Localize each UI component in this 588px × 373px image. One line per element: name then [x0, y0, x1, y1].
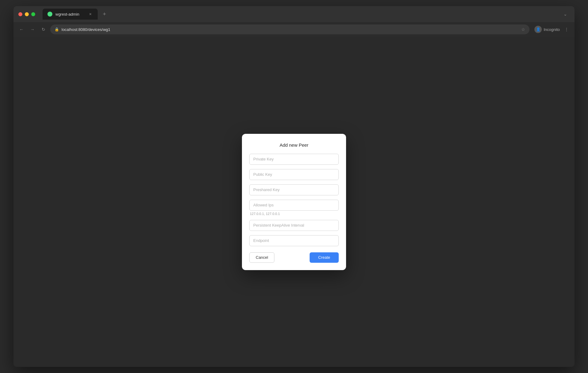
browser-toolbar: ← → ↻ 🔒 localhost:8080/devices/wg1 ☆ 👤 I… [13, 22, 575, 37]
allowed-ips-input[interactable] [249, 200, 339, 211]
tab-bar: wgrest-admin × + [43, 9, 560, 20]
forward-button[interactable]: → [28, 25, 37, 34]
keepalive-input[interactable] [249, 220, 339, 231]
refresh-button[interactable]: ↻ [39, 25, 48, 34]
tab-favicon [47, 12, 52, 17]
minimize-window-button[interactable] [25, 12, 29, 16]
create-button[interactable]: Create [310, 252, 339, 263]
page-content: Add new Peer 127.0.0.1, 127.0.0.1 [13, 37, 575, 367]
modal-actions: Cancel Create [249, 252, 339, 263]
modal-overlay: Add new Peer 127.0.0.1, 127.0.0.1 [13, 37, 575, 367]
incognito-area: 👤 Incognito [534, 26, 560, 33]
bookmark-icon[interactable]: ☆ [521, 27, 525, 32]
address-bar[interactable]: 🔒 localhost:8080/devices/wg1 ☆ [50, 24, 530, 34]
incognito-label: Incognito [544, 27, 560, 32]
add-peer-modal: Add new Peer 127.0.0.1, 127.0.0.1 [242, 134, 346, 270]
incognito-avatar-icon: 👤 [534, 26, 542, 33]
endpoint-input[interactable] [249, 235, 339, 246]
private-key-input[interactable] [249, 154, 339, 165]
browser-window: wgrest-admin × + ⌄ ← → ↻ 🔒 localhost:808… [13, 6, 575, 367]
tab-dropdown-icon: ⌄ [564, 12, 567, 17]
back-button[interactable]: ← [17, 25, 26, 34]
lock-icon: 🔒 [55, 27, 59, 32]
preshared-key-group [249, 184, 339, 195]
allowed-ips-hint: 127.0.0.1, 127.0.0.1 [249, 212, 339, 216]
tab-end-controls: ⌄ [564, 12, 570, 17]
maximize-window-button[interactable] [31, 12, 35, 16]
keepalive-group [249, 220, 339, 231]
new-tab-button[interactable]: + [100, 10, 109, 18]
traffic-lights [18, 12, 35, 16]
public-key-group [249, 169, 339, 180]
modal-title: Add new Peer [249, 142, 339, 148]
tab-title: wgrest-admin [55, 12, 85, 17]
tab-close-icon[interactable]: × [88, 12, 93, 17]
public-key-input[interactable] [249, 169, 339, 180]
cancel-button[interactable]: Cancel [249, 252, 274, 263]
private-key-group [249, 154, 339, 165]
menu-button[interactable]: ⋮ [562, 25, 571, 34]
address-url: localhost:8080/devices/wg1 [62, 27, 519, 32]
close-window-button[interactable] [18, 12, 22, 16]
endpoint-group [249, 235, 339, 246]
browser-tab-active[interactable]: wgrest-admin × [43, 9, 98, 20]
preshared-key-input[interactable] [249, 184, 339, 195]
browser-right-controls: 👤 Incognito ⋮ [534, 25, 571, 34]
browser-titlebar: wgrest-admin × + ⌄ [13, 6, 575, 22]
allowed-ips-group: 127.0.0.1, 127.0.0.1 [249, 200, 339, 216]
